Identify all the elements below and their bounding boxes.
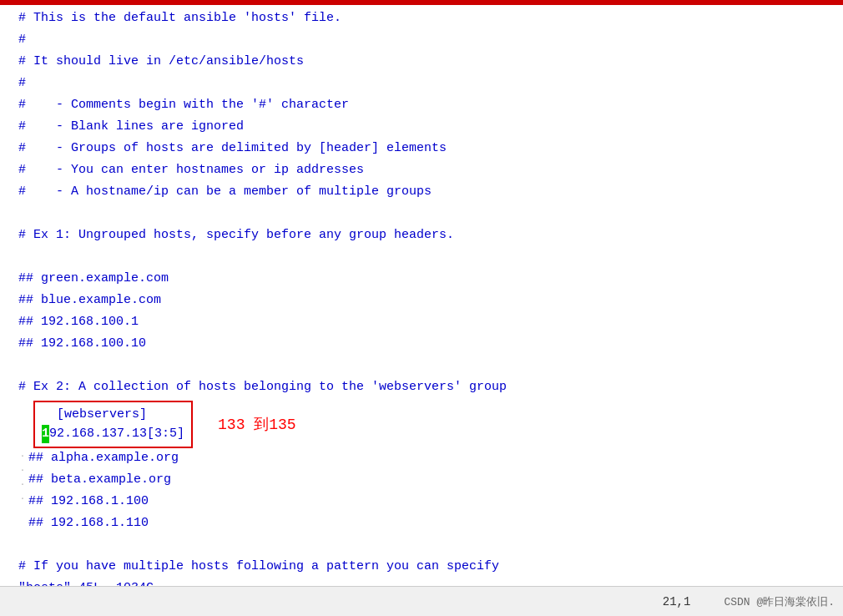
cursor-position: 21,1 [663,595,691,608]
ip-rest: 92.168.137.13[3:5] [49,425,184,444]
line-5-text: # - Comments begin with the '#' characte… [18,95,349,116]
line-14-text: ## blue.example.com [18,290,161,311]
webservers-label: [webservers] [42,406,147,425]
line-ip100: ## 192.168.1.100 [28,492,835,513]
ip-cursor: 1 [42,425,49,444]
line-9-text: # - A hostname/ip can be a member of mul… [18,182,432,203]
line-blank4 [18,535,835,557]
line-15: ## 192.168.100.1 [18,312,835,334]
line-blank3 [18,356,835,377]
line-2-text: # [18,30,26,51]
line-13: ## green.example.com [18,269,835,290]
line-18: # Ex 2: A collection of hosts belonging … [18,377,835,399]
lines-wrapper: # This is the default ansible 'hosts' fi… [8,8,843,591]
line-15-text: ## 192.168.100.1 [18,312,139,333]
line-13-text: ## green.example.com [18,269,169,290]
line-7: # - Groups of hosts are delimited by [he… [18,139,835,160]
credit-text: CSDN @昨日海棠依旧. [724,594,835,609]
editor-container: # This is the default ansible 'hosts' fi… [0,0,843,616]
line-27-text: # If you have multiple hosts following a… [18,557,499,578]
line-8-text: # - You can enter hostnames or ip addres… [18,160,364,181]
line-ip100-text: ## 192.168.1.100 [28,492,149,512]
line-3-text: # It should live in /etc/ansible/hosts [18,52,304,73]
line-blank1 [18,204,835,225]
line-alpha: ## alpha.example.org [28,448,835,470]
line-14: ## blue.example.com [18,290,835,312]
line-alpha-text: ## alpha.example.org [28,448,179,469]
webservers-section: [webservers] 192.168.137.13[3:5] 133 到13… [18,399,835,448]
bottom-bar: 21,1 CSDN @昨日海棠依旧. [0,586,843,616]
line-6-text: # - Blank lines are ignored [18,117,244,138]
line-4: # [18,73,835,95]
line-1: # This is the default ansible 'hosts' fi… [18,8,835,30]
content-area: # This is the default ansible 'hosts' fi… [0,5,843,591]
line-ip110-text: ## 192.168.1.110 [28,513,149,534]
line-1-text: # This is the default ansible 'hosts' fi… [18,8,341,29]
line-16: ## 192.168.100.10 [18,334,835,356]
line-27: # If you have multiple hosts following a… [18,557,835,578]
line-beta: ## beta.example.org [28,470,835,492]
line-3: # It should live in /etc/ansible/hosts [18,52,835,73]
line-11-text: # Ex 1: Ungrouped hosts, specify before … [18,225,454,246]
line-9: # - A hostname/ip can be a member of mul… [18,182,835,204]
line-16-text: ## 192.168.100.10 [18,334,146,355]
webservers-box: [webservers] 192.168.137.13[3:5] [33,401,193,448]
line-7-text: # - Groups of hosts are delimited by [he… [18,139,447,159]
line-6: # - Blank lines are ignored [18,117,835,139]
dotted-section: · · · · ## alpha.example.org ## beta.exa… [18,448,835,535]
line-18-text: # Ex 2: A collection of hosts belonging … [18,377,507,398]
line-5: # - Comments begin with the '#' characte… [18,95,835,117]
line-ip110: ## 192.168.1.110 [28,513,835,535]
line-blank2 [18,247,835,269]
line-2: # [18,30,835,52]
line-beta-text: ## beta.example.org [28,470,171,491]
line-4-text: # [18,73,26,94]
webservers-line2: 192.168.137.13[3:5] [42,425,184,444]
line-11: # Ex 1: Ungrouped hosts, specify before … [18,225,835,247]
webservers-line1: [webservers] [42,406,184,425]
line-8: # - You can enter hostnames or ip addres… [18,160,835,182]
range-annotation: 133 到135 [218,414,296,434]
